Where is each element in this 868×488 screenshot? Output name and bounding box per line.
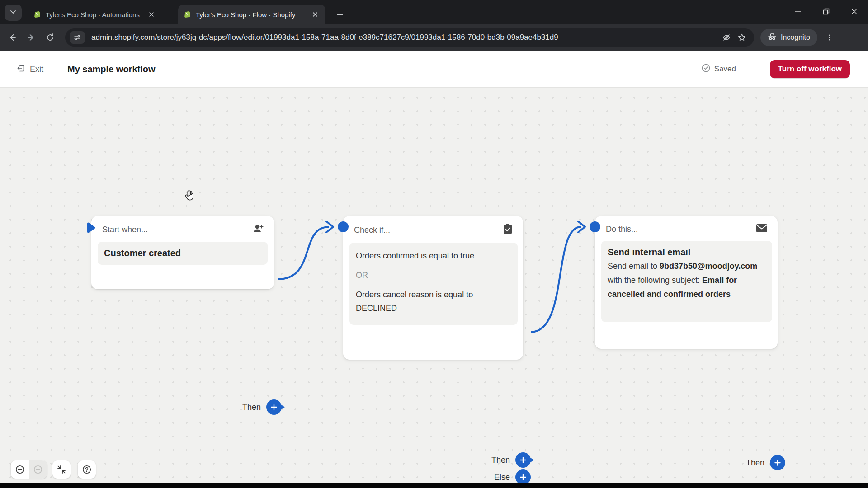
action-title: Send internal email: [608, 247, 766, 258]
browser-menu-icon[interactable]: [822, 30, 837, 45]
save-status-label: Saved: [714, 65, 736, 74]
add-next-step-button[interactable]: [770, 455, 785, 470]
window-controls: [784, 0, 868, 23]
save-status: Saved: [702, 51, 736, 88]
trigger-card-header: Start when...: [102, 225, 148, 235]
exit-icon: [16, 64, 25, 75]
condition-line: Orders cancel reason is equal to DECLINE…: [356, 288, 511, 315]
screen: Tyler's Eco Shop · Automations Tyler's E…: [0, 0, 868, 488]
condition-line: Orders confirmed is equal to true: [356, 249, 511, 263]
input-connector-dot: [590, 221, 600, 232]
back-button[interactable]: [3, 28, 22, 47]
help-button[interactable]: [78, 460, 96, 479]
condition-else-row: Else: [494, 469, 531, 485]
forward-button[interactable]: [22, 28, 41, 47]
then-label: Then: [746, 458, 764, 468]
shopify-favicon: [33, 10, 41, 19]
trigger-content[interactable]: Customer created: [98, 242, 268, 265]
exit-button[interactable]: Exit: [16, 51, 43, 88]
incognito-icon: [768, 33, 777, 42]
add-step-button[interactable]: [266, 399, 282, 415]
tab-close-icon[interactable]: [310, 9, 320, 19]
chevron-down-icon: [9, 8, 17, 17]
text-segment: with the following subject:: [608, 276, 702, 285]
exit-label: Exit: [30, 65, 43, 74]
tab-title: Tyler's Eco Shop · Flow · Shopify: [196, 11, 306, 19]
incognito-badge: Incognito: [760, 29, 817, 46]
add-else-step-button[interactable]: [515, 469, 531, 485]
text-segment: Send email to: [608, 262, 660, 271]
action-card-header: Do this...: [606, 225, 638, 234]
input-connector-dot: [338, 221, 349, 232]
shopify-favicon: [184, 10, 191, 19]
envelope-icon: [756, 223, 768, 235]
flow-canvas[interactable]: Start when... Customer created Then Chec…: [0, 88, 868, 483]
workflow-title: My sample workflow: [67, 51, 156, 88]
start-connector: [86, 222, 96, 235]
browser-toolbar: admin.shopify.com/store/jy63jq-dc/apps/f…: [0, 24, 868, 51]
bookmark-star-icon[interactable]: [734, 30, 750, 45]
then-label: Then: [491, 455, 510, 465]
add-then-step-button[interactable]: [515, 452, 531, 468]
url-text[interactable]: admin.shopify.com/store/jy63jq-dc/apps/f…: [91, 33, 719, 42]
action-then-row: Then: [746, 455, 785, 470]
restore-button[interactable]: [812, 0, 840, 23]
text-segment: 9bd37b50@moodjoy.com: [660, 262, 757, 271]
tab-title: Tyler's Eco Shop · Automations: [46, 11, 142, 19]
new-tab-button[interactable]: [333, 7, 347, 22]
else-label: Else: [494, 473, 510, 482]
action-card[interactable]: Do this... Send internal email Send emai…: [595, 216, 778, 349]
condition-card[interactable]: Check if... Orders confirmed is equal to…: [343, 216, 523, 360]
condition-then-row: Then: [491, 452, 531, 468]
close-window-button[interactable]: [840, 0, 868, 23]
tab-search-button[interactable]: [5, 5, 22, 21]
trigger-label: Customer created: [104, 248, 181, 258]
zoom-controls: [11, 460, 47, 479]
zoom-out-button[interactable]: [11, 460, 29, 479]
minimize-button[interactable]: [784, 0, 812, 23]
condition-lines: Orders confirmed is equal to trueOROrder…: [356, 249, 511, 315]
hand-cursor: [183, 188, 196, 204]
eye-off-icon[interactable]: [719, 30, 734, 45]
url-bar[interactable]: admin.shopify.com/store/jy63jq-dc/apps/f…: [65, 28, 754, 47]
zoom-in-button[interactable]: [29, 460, 47, 479]
check-circle-icon: [702, 64, 710, 75]
tab-automations[interactable]: Tyler's Eco Shop · Automations: [28, 5, 162, 24]
workflow-header-bar: Exit My sample workflow Saved Turn off w…: [0, 51, 868, 88]
fit-to-screen-button[interactable]: [52, 460, 71, 479]
reload-button[interactable]: [41, 28, 60, 47]
incognito-label: Incognito: [781, 33, 810, 42]
clipboard-check-icon: [502, 223, 513, 237]
tab-strip: Tyler's Eco Shop · Automations Tyler's E…: [0, 0, 868, 24]
trigger-card[interactable]: Start when... Customer created Then: [91, 216, 274, 289]
trigger-then-row: Then: [242, 399, 282, 415]
site-settings-icon[interactable]: [70, 31, 85, 44]
action-description: Send email to 9bd37b50@moodjoy.com with …: [608, 259, 766, 301]
condition-line: OR: [356, 268, 511, 282]
screen-bottom-edge: [0, 483, 868, 488]
action-content[interactable]: Send internal email Send email to 9bd37b…: [601, 241, 772, 322]
condition-content[interactable]: Orders confirmed is equal to trueOROrder…: [349, 243, 518, 325]
then-label: Then: [242, 403, 261, 412]
condition-card-header: Check if...: [354, 225, 390, 235]
person-add-icon: [252, 223, 264, 236]
tab-flow-editor[interactable]: Tyler's Eco Shop · Flow · Shopify: [178, 5, 326, 24]
turn-off-workflow-button[interactable]: Turn off workflow: [770, 60, 850, 78]
tab-close-icon[interactable]: [146, 9, 156, 19]
browser-chrome: Tyler's Eco Shop · Automations Tyler's E…: [0, 0, 868, 51]
